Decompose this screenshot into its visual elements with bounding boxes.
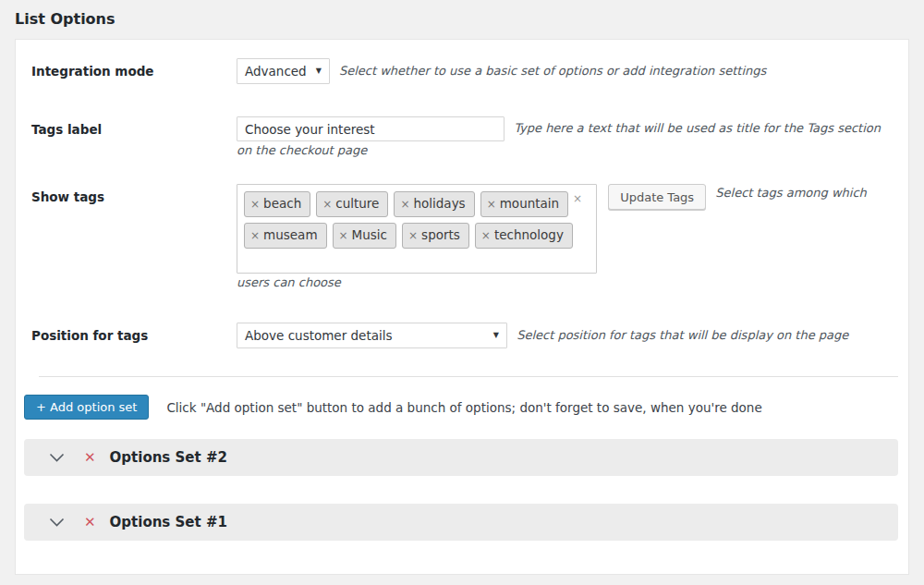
tag-chip: × Music [333, 223, 396, 249]
delete-option-set-icon[interactable]: ✕ [84, 516, 96, 530]
position-for-tags-field: Above customer details ▼ Select position… [237, 323, 898, 348]
position-for-tags-select[interactable]: Above customer details ▼ [237, 323, 507, 348]
tag-label: mountain [500, 194, 559, 213]
tags-label-label: Tags label [31, 116, 237, 137]
tags-label-input[interactable] [237, 116, 505, 141]
chevron-down-icon[interactable] [49, 453, 65, 463]
tag-label: museam [263, 225, 317, 245]
chevron-down-icon: ▼ [493, 330, 499, 341]
tags-multiselect-box[interactable]: × × beach × culture [237, 184, 597, 274]
remove-tag-icon[interactable]: × [339, 230, 348, 241]
chevron-down-icon[interactable] [49, 518, 65, 528]
clear-icon[interactable]: × [573, 193, 582, 204]
integration-mode-field: Advanced ▼ Select whether to use a basic… [237, 58, 898, 84]
row-show-tags: Show tags × × beach × [31, 184, 898, 292]
remove-tag-icon[interactable]: × [250, 199, 260, 210]
update-tags-button[interactable]: Update Tags [608, 184, 706, 210]
tag-chip: × culture [316, 191, 388, 217]
option-set-header[interactable]: ✕ Options Set #1 [24, 504, 898, 541]
tag-chip: × holidays [394, 191, 474, 217]
tags-label-field: Type here a text that will be used as ti… [237, 116, 898, 160]
option-sets-list: ✕ Options Set #2 ✕ Options Set #1 [24, 439, 898, 541]
list-options-panel: Integration mode Advanced ▼ Select wheth… [15, 39, 909, 575]
integration-mode-select[interactable]: Advanced ▼ [237, 58, 330, 84]
add-option-set-button[interactable]: + Add option set [24, 395, 149, 420]
tag-label: sports [421, 225, 460, 245]
tag-chip: × mountain [480, 191, 568, 217]
option-set-header[interactable]: ✕ Options Set #2 [24, 439, 898, 476]
position-for-tags-label: Position for tags [31, 323, 237, 343]
tag-chip: × museam [244, 223, 327, 249]
tag-chip: × sports [402, 223, 469, 249]
remove-tag-icon[interactable]: × [408, 230, 418, 241]
page-title: List Options [0, 0, 924, 39]
remove-tag-icon[interactable]: × [400, 199, 409, 210]
row-integration-mode: Integration mode Advanced ▼ Select wheth… [31, 58, 898, 84]
row-position-for-tags: Position for tags Above customer details… [31, 323, 898, 348]
option-set-title: Options Set #2 [110, 449, 227, 466]
form-rows: Integration mode Advanced ▼ Select wheth… [24, 58, 898, 377]
show-tags-label: Show tags [31, 184, 237, 204]
tag-chip: × beach [244, 191, 310, 217]
tag-chip: × technology [475, 223, 573, 249]
tags-list: × beach × culture × holidays [244, 191, 574, 249]
integration-mode-label: Integration mode [31, 58, 237, 79]
chevron-down-icon: ▼ [316, 66, 322, 77]
remove-tag-icon[interactable]: × [487, 199, 496, 210]
remove-tag-icon[interactable]: × [250, 230, 260, 241]
tag-label: culture [335, 194, 379, 213]
remove-tag-icon[interactable]: × [481, 230, 491, 241]
option-set-title: Options Set #1 [110, 514, 227, 530]
position-for-tags-selected-value: Above customer details [245, 326, 393, 346]
show-tags-field: × × beach × culture [237, 184, 898, 292]
add-option-set-hint: Click "Add option set" button to add a b… [166, 400, 761, 415]
section-divider [39, 376, 898, 377]
integration-mode-selected-value: Advanced [245, 62, 307, 81]
tag-label: technology [494, 225, 564, 245]
row-tags-label: Tags label Type here a text that will be… [31, 116, 898, 160]
tag-label: beach [263, 194, 301, 213]
delete-option-set-icon[interactable]: ✕ [84, 451, 96, 465]
tag-label: holidays [413, 194, 465, 213]
remove-tag-icon[interactable]: × [322, 199, 332, 210]
integration-mode-description: Select whether to use a basic set of opt… [339, 64, 766, 78]
position-for-tags-description: Select position for tags that will be di… [517, 328, 848, 342]
tag-label: Music [352, 225, 387, 245]
add-option-set-row: + Add option set Click "Add option set" … [24, 395, 898, 420]
